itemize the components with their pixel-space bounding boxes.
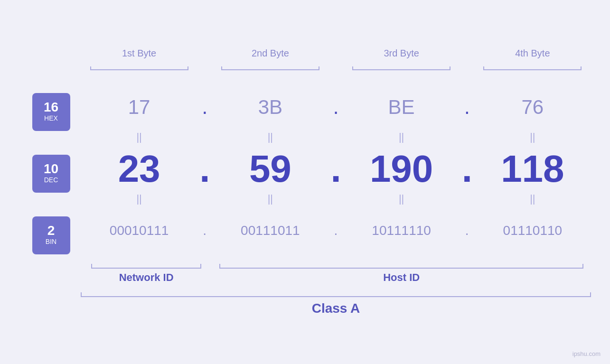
bin-badge: 2 BIN bbox=[32, 216, 70, 254]
watermark: ipshu.com bbox=[572, 350, 601, 357]
equals-1-1: || bbox=[81, 131, 197, 143]
bin-row: 2 BIN 00010111 . 00111011 . 10111110 . 0… bbox=[19, 207, 591, 254]
hex-dot-3: . bbox=[460, 96, 474, 119]
equals-2-4: || bbox=[474, 193, 591, 205]
bin-dot-3: . bbox=[460, 223, 474, 238]
network-id-label: Network ID bbox=[81, 271, 212, 284]
bracket-top-1 bbox=[81, 64, 197, 74]
id-labels-row: Network ID Host ID bbox=[19, 271, 591, 284]
network-id-bracket bbox=[81, 258, 212, 269]
ip-breakdown-layout: 1st Byte 2nd Byte 3rd Byte 4th Byte 16 bbox=[19, 48, 591, 316]
byte-header-3: 3rd Byte bbox=[343, 48, 460, 62]
byte-header-1: 1st Byte bbox=[81, 48, 197, 62]
top-brackets bbox=[19, 64, 591, 74]
bin-val-4: 01110110 bbox=[474, 223, 591, 238]
dec-val-3: 190 bbox=[343, 147, 460, 191]
equals-1-2: || bbox=[212, 131, 328, 143]
hex-badge-wrapper: 16 HEX bbox=[19, 84, 81, 131]
equals-1-4: || bbox=[474, 131, 591, 143]
dec-val-2: 59 bbox=[212, 147, 328, 191]
bracket-top-2 bbox=[212, 64, 328, 74]
equals-row-2: || || || || bbox=[19, 193, 591, 205]
bracket-top-3 bbox=[343, 64, 460, 74]
hex-badge-label: HEX bbox=[44, 114, 58, 123]
bin-val-3: 10111110 bbox=[343, 223, 460, 238]
hex-val-1: 17 bbox=[81, 96, 197, 119]
equals-row-1: || || || || bbox=[19, 131, 591, 143]
dec-val-4: 118 bbox=[474, 147, 591, 191]
bin-badge-label: BIN bbox=[46, 237, 56, 247]
class-bracket-row bbox=[19, 289, 591, 297]
bin-val-2: 00111011 bbox=[212, 223, 328, 238]
dec-val-1: 23 bbox=[81, 147, 197, 191]
bottom-brackets bbox=[19, 258, 591, 269]
bin-val-1: 00010111 bbox=[81, 223, 197, 238]
equals-1-3: || bbox=[343, 131, 460, 143]
class-label-row: Class A bbox=[19, 301, 591, 316]
dec-dot-1: . bbox=[197, 147, 212, 191]
class-label: Class A bbox=[81, 301, 591, 316]
hex-val-4: 76 bbox=[474, 96, 591, 119]
dec-row: 10 DEC 23 . 59 . 190 . 118 bbox=[19, 145, 591, 193]
hex-badge-num: 16 bbox=[44, 101, 58, 114]
bin-badge-num: 2 bbox=[47, 224, 55, 237]
byte-header-4: 4th Byte bbox=[474, 48, 591, 62]
host-id-label: Host ID bbox=[212, 271, 591, 284]
host-id-bracket bbox=[212, 258, 591, 269]
bin-dot-2: . bbox=[329, 223, 343, 238]
equals-2-2: || bbox=[212, 193, 328, 205]
bin-dot-1: . bbox=[197, 223, 212, 238]
byte-header-2: 2nd Byte bbox=[212, 48, 328, 62]
class-bracket bbox=[81, 289, 591, 297]
dec-badge-wrapper: 10 DEC bbox=[19, 145, 81, 193]
equals-2-1: || bbox=[81, 193, 197, 205]
hex-dot-1: . bbox=[197, 96, 212, 119]
hex-dot-2: . bbox=[329, 96, 343, 119]
main-container: 1st Byte 2nd Byte 3rd Byte 4th Byte 16 bbox=[0, 0, 610, 364]
bracket-top-4 bbox=[474, 64, 591, 74]
dec-badge-label: DEC bbox=[44, 176, 58, 185]
bin-badge-wrapper: 2 BIN bbox=[19, 207, 81, 254]
hex-badge: 16 HEX bbox=[32, 93, 70, 131]
dec-dot-3: . bbox=[460, 147, 474, 191]
equals-2-3: || bbox=[343, 193, 460, 205]
hex-val-3: BE bbox=[343, 96, 460, 119]
hex-val-2: 3B bbox=[212, 96, 328, 119]
dec-badge: 10 DEC bbox=[32, 155, 70, 193]
byte-headers-row: 1st Byte 2nd Byte 3rd Byte 4th Byte bbox=[19, 48, 591, 62]
hex-row: 16 HEX 17 . 3B . BE . 76 bbox=[19, 84, 591, 131]
dec-dot-2: . bbox=[329, 147, 343, 191]
dec-badge-num: 10 bbox=[44, 162, 58, 176]
